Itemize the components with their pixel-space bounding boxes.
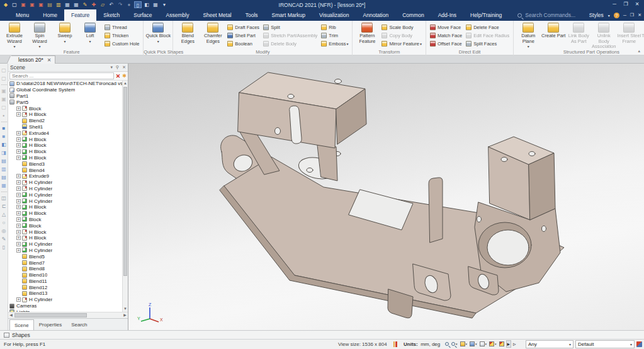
tool-annotate-icon[interactable]: ✎ xyxy=(1,235,8,243)
expand-icon[interactable]: + xyxy=(16,156,21,160)
configuration-dropdown[interactable]: Default▾ xyxy=(575,340,635,348)
tree-item-block[interactable]: +Block xyxy=(8,222,122,229)
tree-item-blend2[interactable]: Blend2 xyxy=(8,118,122,124)
tool-sheet-4-icon[interactable]: ▦ xyxy=(1,181,8,190)
tree-item-h-block[interactable]: +H Block xyxy=(8,136,122,142)
undo-icon[interactable]: ↶ xyxy=(108,1,115,8)
zoom-in-icon[interactable] xyxy=(444,340,449,348)
tool-sheet-3-icon[interactable]: ▤ xyxy=(1,173,8,181)
select-cursor-icon[interactable]: ▸ xyxy=(506,340,512,348)
styles-button[interactable]: Styles xyxy=(589,12,604,18)
more-commands-icon[interactable]: ▾ xyxy=(161,1,168,8)
tree-item-blend4[interactable]: Blend4 xyxy=(8,167,122,173)
viewport-3d[interactable]: Z X Y xyxy=(128,64,644,330)
attach-icon[interactable]: ✚ xyxy=(90,1,98,8)
display-mode-icon[interactable]: ▾ xyxy=(469,340,478,348)
positioning-icon[interactable]: ▾ xyxy=(479,340,488,348)
doc-close-button[interactable]: ✕ xyxy=(638,13,641,18)
render-sphere-icon[interactable]: ● xyxy=(125,1,133,8)
scroll-left-icon[interactable]: ◀ xyxy=(8,312,14,318)
menu-item-home[interactable]: Home xyxy=(36,9,64,21)
tool-circle-1-icon[interactable]: ○ xyxy=(1,219,8,227)
tree-item-blend8[interactable]: Blend8 xyxy=(8,266,122,272)
tool-block-blue-4-icon[interactable]: ◨ xyxy=(1,149,8,157)
filter-highlight-icon[interactable]: ✱ xyxy=(122,73,127,79)
menu-item-menu[interactable]: Menu xyxy=(9,9,36,21)
tool-block-blue-1-icon[interactable]: ■ xyxy=(1,124,8,132)
minimize-button[interactable]: ─ xyxy=(609,0,620,9)
menu-item-tools[interactable]: Tools xyxy=(239,9,265,21)
menu-item-help-training[interactable]: Help/Training xyxy=(463,9,509,21)
tool-block-blue-2-icon[interactable]: ■ xyxy=(1,132,8,140)
ribbon-button-rib[interactable]: Rib xyxy=(319,23,350,31)
expand-icon[interactable]: + xyxy=(16,186,21,191)
tool-cube-3-icon[interactable]: ▣ xyxy=(1,87,8,95)
ribbon-button-pattern-feature[interactable]: Pattern Feature xyxy=(354,21,380,44)
tree-item-d-data-2018-new-word-tech-net-ironcad-vs-solidworks-les[interactable]: D:\data\2018 NEW\Word\TECH-NET\ironcad v… xyxy=(8,81,122,87)
ribbon-button-mirror-feature[interactable]: Mirror Feature▾ xyxy=(380,40,424,48)
styles-dropdown-icon[interactable]: ▾ xyxy=(608,13,610,18)
tree-item-block[interactable]: +Block xyxy=(8,105,122,112)
ribbon-button-create-part[interactable]: Create Part xyxy=(541,21,566,39)
expand-icon[interactable]: + xyxy=(16,242,21,246)
menu-item-assembly[interactable]: Assembly xyxy=(159,9,196,21)
open-icon[interactable]: ▤ xyxy=(46,1,54,8)
tool-cube-5-icon[interactable]: ▢ xyxy=(1,103,8,112)
move-body-icon[interactable] xyxy=(499,340,505,348)
tree-item-cameras[interactable]: Cameras xyxy=(8,303,122,309)
tree-item-part5[interactable]: Part5 xyxy=(8,99,122,105)
horizontal-scrollbar[interactable]: ◀ ▶ xyxy=(8,312,128,318)
select-box-icon[interactable]: ▹ xyxy=(512,340,517,348)
open-folder-icon[interactable]: ▥ xyxy=(55,1,62,8)
tree-item-h-block[interactable]: +H Block xyxy=(8,204,122,210)
expand-icon[interactable]: + xyxy=(16,205,21,209)
scroll-right-icon[interactable]: ▶ xyxy=(122,312,128,318)
tool-cube-1-icon[interactable]: ▢ xyxy=(1,66,8,74)
expand-icon[interactable]: + xyxy=(16,217,21,222)
menu-item-feature[interactable]: Feature xyxy=(64,9,96,21)
ribbon-button-sweep[interactable]: Sweep▾ xyxy=(52,21,77,43)
ribbon-button-thicken[interactable]: Thicken xyxy=(103,31,141,40)
ribbon-button-extrude-wizard[interactable]: Extrude Wizard▾ xyxy=(2,21,27,49)
expand-icon[interactable]: + xyxy=(16,106,21,111)
expand-icon[interactable]: + xyxy=(16,180,21,185)
menu-item-add-ins[interactable]: Add-Ins xyxy=(431,9,463,21)
scroll-down-icon[interactable]: ▼ xyxy=(123,306,128,312)
panel-close-icon[interactable]: ✕ xyxy=(122,65,126,70)
ribbon-button-blend-edges[interactable]: Blend Edges xyxy=(175,21,200,44)
vertical-scroll-thumb[interactable] xyxy=(123,87,127,276)
document-tab[interactable]: lesson 20* ✕ xyxy=(11,55,55,64)
expand-icon[interactable]: + xyxy=(16,143,21,147)
tool-dot-icon[interactable]: ▪ xyxy=(1,112,8,120)
tree-item-h-block[interactable]: +H Block xyxy=(8,112,122,118)
expand-icon[interactable]: + xyxy=(16,236,21,240)
command-search[interactable]: Search Commands... xyxy=(517,9,575,21)
new-assembly-icon[interactable]: ▣ xyxy=(28,1,36,8)
redo-icon[interactable]: ↷ xyxy=(116,1,124,8)
menu-item-surface[interactable]: Surface xyxy=(127,9,159,21)
tree-item-h-cylinder[interactable]: +H Cylinder xyxy=(8,248,122,254)
ribbon-button-boolean[interactable]: Boolean xyxy=(225,40,261,48)
tree-item-part1[interactable]: Part1 xyxy=(8,93,122,100)
tree-item-h-cylinder[interactable]: +H Cylinder xyxy=(8,297,122,303)
tool-cube-4-icon[interactable]: ▣ xyxy=(1,95,8,103)
panel-pin-icon[interactable]: ⚲ xyxy=(116,65,119,70)
expand-icon[interactable]: + xyxy=(16,174,21,178)
tree-item-h-block[interactable]: +H Block xyxy=(8,155,122,161)
ribbon-button-chamfer-edges[interactable]: Chamfer Edges xyxy=(200,21,225,44)
tool-ruler-icon[interactable]: ▯ xyxy=(1,243,8,251)
scroll-up-icon[interactable]: ▲ xyxy=(123,81,128,86)
tree-item-h-block[interactable]: +H Block xyxy=(8,210,122,217)
render-style-icon[interactable]: ▾ xyxy=(489,340,497,348)
tool-bracket-icon[interactable]: ⊏ xyxy=(1,202,8,210)
save-as-icon[interactable]: ▦ xyxy=(72,1,80,8)
tool-block-blue-3-icon[interactable]: ◧ xyxy=(1,140,8,149)
tool-camera-view-icon[interactable]: ◫ xyxy=(1,194,8,202)
horizontal-scroll-thumb[interactable] xyxy=(14,313,87,318)
new-part-icon[interactable]: ▣ xyxy=(20,1,27,8)
expand-icon[interactable]: + xyxy=(16,131,21,135)
ribbon-button-emboss[interactable]: Emboss▾ xyxy=(319,40,350,48)
tool-triangle-icon[interactable]: △ xyxy=(1,210,8,219)
ribbon-collapse-icon[interactable]: ▴ xyxy=(638,49,640,54)
expand-icon[interactable]: + xyxy=(16,224,21,228)
